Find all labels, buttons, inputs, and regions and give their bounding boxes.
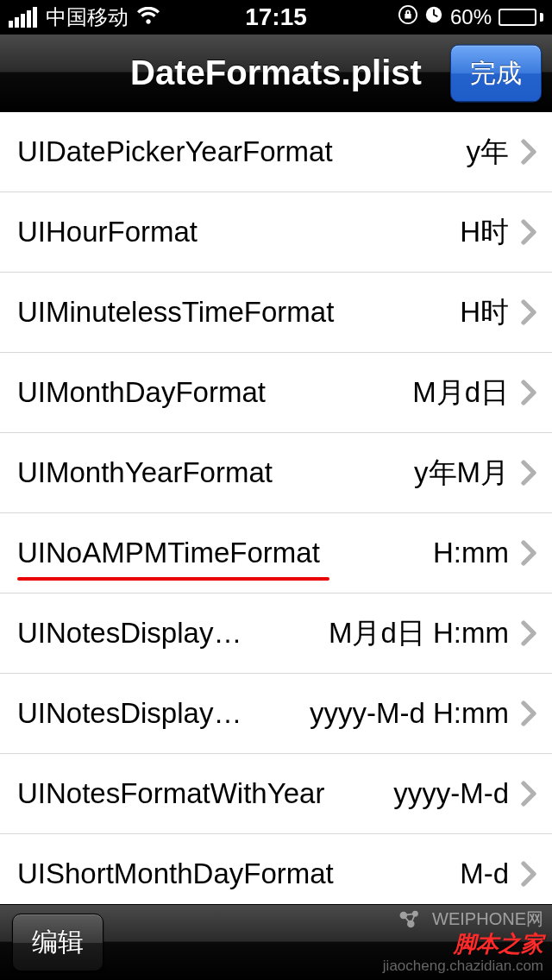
table-row[interactable]: UIDatePickerYearFormaty年	[0, 112, 552, 192]
table-row[interactable]: UINotesFormatWithYearyyyy-M-d	[0, 754, 552, 834]
done-button[interactable]: 完成	[450, 44, 542, 102]
row-key: UINoAMPMTimeFormat	[17, 537, 433, 569]
table-row[interactable]: UIMonthYearFormaty年M月	[0, 433, 552, 513]
row-key: UINotesDisplay…	[17, 617, 329, 650]
row-key: UINotesFormatWithYear	[17, 777, 393, 810]
chevron-right-icon	[521, 540, 536, 566]
row-value: M月d日 H:mm	[329, 614, 509, 653]
chevron-right-icon	[521, 460, 536, 486]
clock-icon	[424, 5, 443, 29]
svg-point-2	[400, 911, 408, 919]
signal-icon	[9, 7, 37, 28]
row-key: UIMonthDayFormat	[17, 376, 412, 409]
row-value: M-d	[460, 858, 509, 890]
carrier-label: 中国移动	[46, 3, 129, 31]
row-key: UIMinutelessTimeFormat	[17, 296, 460, 329]
table-row[interactable]: UINotesDisplay…yyyy-M-d H:mm	[0, 674, 552, 754]
watermark-2: 脚本之家	[383, 929, 543, 959]
row-key: UINotesDisplay…	[17, 697, 310, 730]
svg-point-4	[407, 920, 415, 927]
status-left: 中国移动	[9, 3, 160, 31]
row-value: H时	[460, 293, 509, 332]
row-key: UIShortMonthDayFormat	[17, 858, 460, 890]
table-row[interactable]: UIMinutelessTimeFormatH时	[0, 273, 552, 353]
chevron-right-icon	[521, 139, 536, 165]
bottom-toolbar: 编辑 WEIPHONE网 脚本之家 jiaocheng.chazidian.co…	[0, 904, 552, 980]
row-value: H时	[460, 213, 509, 252]
nav-bar: DateFormats.plist 完成	[0, 35, 552, 112]
highlight-underline	[17, 577, 329, 581]
table-row[interactable]: UIHourFormatH时	[0, 192, 552, 273]
page-title: DateFormats.plist	[130, 53, 422, 92]
chevron-right-icon	[521, 620, 536, 646]
chevron-right-icon	[521, 861, 536, 887]
watermark-1: WEIPHONE网	[432, 908, 543, 931]
chevron-right-icon	[521, 700, 536, 726]
svg-point-3	[412, 910, 418, 916]
status-right: 60%	[398, 5, 543, 29]
row-key: UIHourFormat	[17, 216, 460, 248]
chevron-right-icon	[521, 781, 536, 807]
battery-icon	[499, 9, 543, 26]
row-key: UIDatePickerYearFormat	[17, 135, 467, 168]
status-bar: 中国移动 17:15 60%	[0, 0, 552, 35]
battery-percent: 60%	[450, 5, 492, 29]
chevron-right-icon	[521, 299, 536, 325]
table-row[interactable]: UIMonthDayFormatM月d日	[0, 353, 552, 433]
row-value: H:mm	[433, 537, 509, 569]
row-value: yyyy-M-d	[393, 777, 509, 810]
rotation-lock-icon	[398, 5, 417, 29]
chevron-right-icon	[521, 219, 536, 245]
row-value: yyyy-M-d H:mm	[310, 697, 509, 730]
edit-button[interactable]: 编辑	[12, 914, 104, 971]
row-value: M月d日	[412, 374, 509, 412]
row-key: UIMonthYearFormat	[17, 456, 414, 489]
chevron-right-icon	[521, 380, 536, 405]
row-value: y年	[467, 133, 510, 172]
table-row[interactable]: UINotesDisplay…M月d日 H:mm	[0, 594, 552, 674]
watermark-3: jiaocheng.chazidian.com	[383, 958, 543, 975]
plist-table: UIDatePickerYearFormaty年UIHourFormatH时UI…	[0, 112, 552, 914]
table-row[interactable]: UINoAMPMTimeFormatH:mm	[0, 513, 552, 594]
wifi-icon	[137, 5, 160, 29]
row-value: y年M月	[414, 454, 509, 493]
watermark: WEIPHONE网 脚本之家 jiaocheng.chazidian.com	[383, 908, 543, 975]
status-time: 17:15	[245, 3, 307, 31]
table-row[interactable]: UIShortMonthDayFormatM-d	[0, 834, 552, 914]
